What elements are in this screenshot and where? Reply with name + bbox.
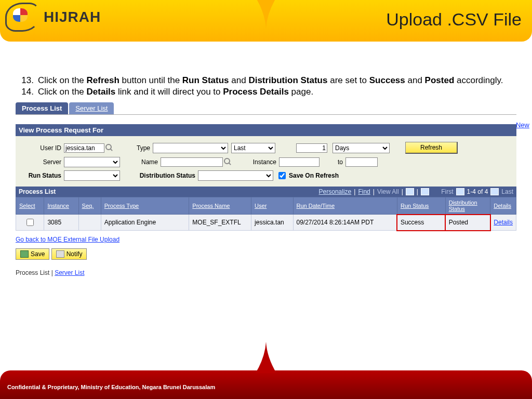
last-unit-select[interactable]: Days [332, 143, 390, 153]
panel-header: View Process Request For [16, 124, 516, 136]
col-select[interactable]: Select [16, 197, 44, 215]
view-all-link[interactable]: View All [377, 188, 399, 195]
first-link[interactable]: First [441, 188, 453, 195]
dist-status-select[interactable] [198, 170, 273, 181]
table-row: 3085 Application Engine MOE_SF_EXTFL jes… [16, 215, 516, 231]
next-icon[interactable] [490, 188, 499, 195]
col-dist-status[interactable]: Distribution Status [445, 197, 490, 215]
user-id-label: User ID [21, 144, 64, 152]
dist-status-label: Distribution Status [120, 172, 198, 179]
process-table: Select Instance Seq. Process Type Proces… [16, 197, 516, 231]
run-status-label: Run Status [21, 172, 64, 179]
instance-to-input[interactable] [345, 157, 378, 167]
logo-mark-icon [5, 3, 39, 32]
cell-run-datetime: 09/27/2014 8:26:14AM PDT [293, 215, 397, 231]
instruction-block: 13. Click on the Refresh button until th… [18, 75, 514, 97]
step-number-14: 14. [18, 87, 34, 97]
instance-from-input[interactable] [279, 157, 320, 167]
tab-process-list[interactable]: Process List [16, 102, 68, 114]
new-window-link[interactable]: New [516, 121, 529, 129]
name-label: Name [120, 158, 161, 166]
bottom-process-list: Process List [16, 269, 49, 276]
col-user[interactable]: User [251, 197, 293, 215]
prev-icon[interactable] [456, 188, 464, 195]
name-input[interactable] [161, 157, 223, 167]
last-count-input[interactable] [296, 143, 327, 153]
save-icon [20, 250, 29, 258]
banner-arrow-icon [256, 0, 276, 29]
notify-icon [56, 250, 64, 258]
save-on-refresh-checkbox[interactable] [278, 172, 286, 179]
tab-bar: Process List Server List [16, 102, 516, 115]
cell-dist-status: Posted [445, 215, 490, 231]
back-link[interactable]: Go back to MOE External File Upload [16, 236, 119, 243]
cell-process-type: Application Engine [101, 215, 189, 231]
col-run-datetime[interactable]: Run Date/Time [293, 197, 397, 215]
logo-text: HIJRAH [44, 9, 101, 25]
last-link[interactable]: Last [501, 188, 513, 195]
personalize-link[interactable]: Personalize [319, 188, 352, 195]
logo: HIJRAH [5, 3, 101, 32]
col-instance[interactable]: Instance [44, 197, 78, 215]
cell-instance: 3085 [44, 215, 78, 231]
notify-button[interactable]: Notify [51, 248, 87, 260]
step-14-text: Click on the Details link and it will di… [38, 87, 514, 97]
cell-seq [78, 215, 101, 231]
save-on-refresh-label: Save On Refresh [289, 172, 339, 179]
find-link[interactable]: Find [358, 188, 370, 195]
save-button[interactable]: Save [16, 248, 49, 260]
server-select[interactable] [64, 157, 120, 167]
cell-user: jessica.tan [251, 215, 293, 231]
filter-panel: User ID Type Last Days Refresh Server Na… [16, 136, 516, 187]
footer-text: Confidential & Proprietary, Ministry of … [7, 384, 215, 390]
user-id-input[interactable] [64, 143, 104, 153]
col-seq[interactable]: Seq. [78, 197, 101, 215]
to-label: to [320, 158, 345, 166]
step-13-text: Click on the Refresh button until the Ru… [38, 75, 514, 86]
download-icon[interactable] [421, 188, 429, 195]
col-details[interactable]: Details [490, 197, 516, 215]
bottom-server-list-link[interactable]: Server List [55, 269, 84, 276]
footer-arrow-icon [256, 342, 276, 373]
range-label: 1-4 of 4 [467, 188, 488, 195]
col-process-type[interactable]: Process Type [101, 197, 189, 215]
lookup-icon[interactable] [105, 144, 114, 152]
tab-server-list[interactable]: Server List [69, 102, 114, 114]
instance-label: Instance [232, 158, 279, 166]
last-select[interactable]: Last [231, 143, 275, 153]
lookup-icon[interactable] [224, 158, 232, 166]
cell-process-name: MOE_SF_EXTFL [189, 215, 251, 231]
grid-header: Process List Personalize | Find | View A… [16, 187, 516, 197]
grid-title: Process List [19, 188, 56, 195]
step-number-13: 13. [18, 75, 34, 86]
page-title: Upload .CSV File [386, 9, 522, 30]
footer: Confidential & Proprietary, Ministry of … [0, 370, 532, 399]
col-process-name[interactable]: Process Name [189, 197, 251, 215]
refresh-button[interactable]: Refresh [405, 142, 458, 154]
details-link[interactable]: Details [494, 219, 513, 226]
cell-run-status: Success [397, 215, 445, 231]
col-run-status[interactable]: Run Status [397, 197, 445, 215]
type-label: Type [114, 144, 153, 152]
bottom-links: Process List | Server List [16, 269, 516, 276]
row-select-checkbox[interactable] [26, 219, 34, 226]
run-status-select[interactable] [64, 170, 120, 181]
type-select[interactable] [153, 143, 228, 153]
server-label: Server [21, 158, 64, 166]
zoom-icon[interactable] [406, 188, 414, 195]
